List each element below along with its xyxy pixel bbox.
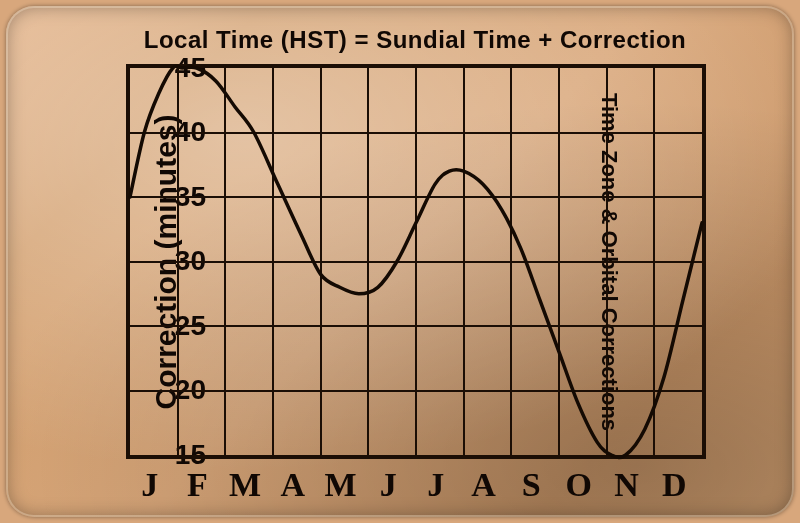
correction-curve bbox=[130, 68, 702, 455]
x-tick-month: J bbox=[380, 466, 397, 504]
chart-title: Local Time (HST) = Sundial Time + Correc… bbox=[116, 26, 714, 54]
x-tick-month: M bbox=[324, 466, 356, 504]
x-tick-month: O bbox=[566, 466, 592, 504]
bronze-plaque: Local Time (HST) = Sundial Time + Correc… bbox=[6, 6, 794, 517]
x-tick-month: D bbox=[662, 466, 687, 504]
x-tick-month: J bbox=[427, 466, 444, 504]
x-tick-month: N bbox=[614, 466, 639, 504]
x-tick-month: A bbox=[471, 466, 496, 504]
chart-plot-area bbox=[126, 64, 706, 459]
x-tick-month: A bbox=[281, 466, 306, 504]
x-axis-month-labels: JFMAMJJASOND bbox=[126, 466, 706, 516]
x-tick-month: S bbox=[522, 466, 541, 504]
x-tick-month: M bbox=[229, 466, 261, 504]
x-tick-month: F bbox=[187, 466, 208, 504]
x-tick-month: J bbox=[141, 466, 158, 504]
